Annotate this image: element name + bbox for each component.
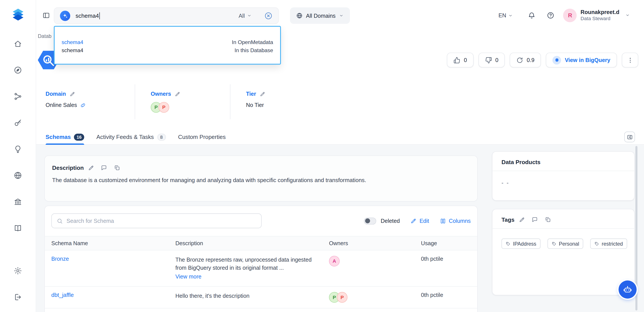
global-search-input[interactable]: schema4 All [54, 8, 279, 24]
user-menu[interactable]: R Rounakpreet.d Data Steward [563, 9, 630, 22]
bell-icon [528, 12, 536, 20]
data-products-empty: - - [492, 171, 634, 194]
owner-avatar[interactable]: P [158, 102, 169, 113]
sidebar-item-glossary[interactable] [10, 220, 26, 236]
downvote-button[interactable]: 0 [478, 53, 505, 68]
link-icon[interactable] [80, 102, 86, 108]
key-icon [14, 118, 22, 127]
chevron-down-icon [508, 13, 513, 18]
schema-search-box[interactable] [52, 213, 262, 228]
breadcrumb[interactable]: Datab [38, 33, 52, 39]
search-suggestion-item[interactable]: schema4 In this Database [62, 46, 273, 54]
suggestion-label[interactable]: schema4 [62, 47, 83, 53]
clear-circle-x-icon [264, 12, 273, 20]
domain-label: Domain [46, 91, 66, 97]
upvote-button[interactable]: 0 [447, 53, 474, 68]
schema-link[interactable]: dbt_jaffle [52, 292, 74, 298]
home-icon [14, 39, 22, 48]
comment-icon[interactable] [101, 165, 107, 171]
downvote-count: 0 [495, 57, 498, 63]
avatar[interactable]: R [563, 9, 577, 22]
edit-domain-icon[interactable] [69, 91, 75, 97]
schemas-count-badge: 16 [74, 133, 84, 140]
owners-section: Owners P P [135, 84, 230, 119]
notifications-button[interactable] [525, 8, 539, 22]
sidebar-toggle-icon [42, 12, 50, 19]
data-products-card: Data Products - - [492, 151, 634, 201]
tag-chip[interactable]: Personal [547, 239, 583, 249]
tab-custom-properties[interactable]: Custom Properties [178, 129, 226, 144]
view-in-bigquery-label: View in BigQuery [565, 57, 610, 63]
topbar: schema4 All schema4 In OpenMetadata sche… [36, 0, 644, 31]
column-header-owners: Owners [322, 236, 414, 250]
copy-icon[interactable] [114, 165, 120, 171]
sidebar-item-topology[interactable] [10, 88, 26, 104]
edit-table-button[interactable]: Edit [410, 218, 429, 224]
sidebar-toggle-button[interactable] [38, 8, 54, 23]
chevron-down-icon [339, 13, 344, 18]
edit-owners-icon[interactable] [174, 91, 180, 97]
search-suggestion-item[interactable]: schema4 In OpenMetadata [62, 38, 273, 46]
topbar-right: EN R Rounakpreet.d Data Steward [498, 0, 644, 31]
expand-side-panel-button[interactable] [624, 132, 635, 142]
domain-value[interactable]: Online Sales [46, 102, 77, 108]
schema-link[interactable]: Bronze [52, 256, 69, 262]
tag-icon [552, 241, 556, 246]
kebab-menu-icon [626, 57, 634, 64]
show-deleted-toggle[interactable] [364, 217, 376, 224]
ai-search-toggle[interactable] [60, 11, 70, 21]
score-button[interactable]: 0.9 [510, 53, 541, 68]
chat-assistant-button[interactable] [618, 280, 637, 299]
more-options-button[interactable] [622, 53, 638, 68]
language-dropdown[interactable]: EN [498, 12, 513, 19]
user-role: Data Steward [580, 16, 619, 22]
view-more-link[interactable]: View more [175, 272, 201, 281]
tags-title: Tags [502, 216, 514, 223]
row-description: The Bronze represents raw, unprocessed d… [175, 257, 312, 271]
help-button[interactable] [544, 8, 558, 22]
tier-value: No Tier [246, 102, 264, 108]
sidebar-item-domains[interactable] [10, 167, 26, 183]
column-header-description: Description [169, 236, 322, 250]
sidebar-item-logout[interactable] [10, 289, 26, 305]
edit-description-icon[interactable] [88, 165, 94, 171]
tier-section: Tier No Tier [230, 84, 282, 119]
comment-icon[interactable] [531, 216, 538, 223]
edit-tags-icon[interactable] [518, 216, 525, 223]
nodes-icon [14, 92, 22, 100]
search-scope-dropdown[interactable]: All [238, 13, 252, 19]
openmetadata-logo[interactable] [10, 7, 26, 23]
text-cursor [99, 12, 100, 19]
table-row: dbt_jaffle Hello there, it's the descrip… [45, 286, 477, 308]
sidebar-item-settings[interactable] [10, 262, 26, 279]
view-in-bigquery-button[interactable]: View in BigQuery [546, 53, 617, 68]
column-header-usage: Usage [414, 236, 477, 250]
tab-activity-feeds[interactable]: Activity Feeds & Tasks 8 [96, 129, 166, 144]
globe-icon [296, 12, 303, 19]
suggestion-label[interactable]: schema4 [62, 39, 83, 45]
logout-icon [14, 292, 22, 301]
activity-count-badge: 8 [157, 133, 166, 140]
search-scope-label: All [238, 13, 245, 19]
sidebar-item-home[interactable] [10, 35, 26, 52]
tab-schemas[interactable]: Schemas 16 [46, 129, 84, 144]
sidebar-item-access[interactable] [10, 114, 26, 131]
tag-chip[interactable]: restricted [590, 239, 627, 249]
bigquery-mini-icon [552, 56, 561, 64]
table-row: Bronze The Bronze represents raw, unproc… [45, 250, 477, 286]
columns-button[interactable]: Columns [440, 218, 471, 224]
edit-tier-icon[interactable] [259, 91, 265, 97]
panel-expand-icon [626, 134, 632, 140]
search-value: schema4 [76, 12, 99, 19]
clear-search-button[interactable] [264, 12, 273, 20]
usage-value: 0th pctile [414, 286, 477, 308]
sparkle-icon [62, 13, 68, 19]
copy-icon[interactable] [544, 216, 551, 223]
sidebar-item-insights[interactable] [10, 141, 26, 157]
schema-search-input[interactable] [66, 218, 256, 224]
sidebar-item-explore[interactable] [10, 62, 26, 78]
sidebar-item-govern[interactable] [10, 193, 26, 210]
description-card: Description The database is a customized… [44, 155, 478, 201]
all-domains-dropdown[interactable]: All Domains [290, 8, 350, 24]
tag-chip[interactable]: IPAddress [502, 239, 540, 249]
